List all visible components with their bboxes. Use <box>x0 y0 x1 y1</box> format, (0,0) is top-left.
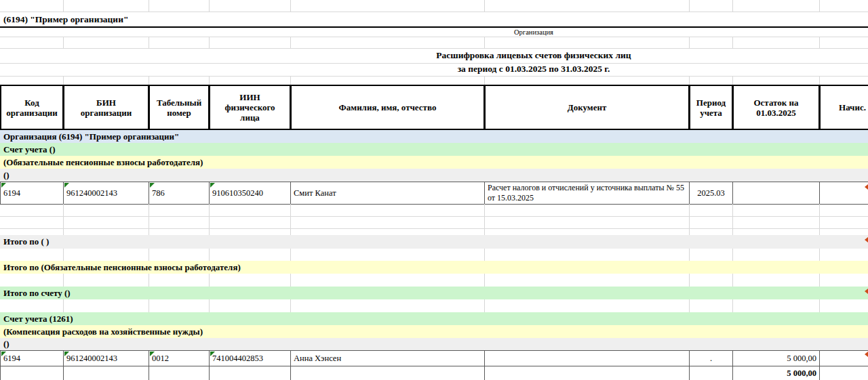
group-row-income-type-2[interactable]: (Компенсация расходов на хозяйственные н… <box>0 325 868 338</box>
gridline <box>689 0 690 12</box>
total-cell-code[interactable] <box>0 366 64 380</box>
gridline <box>484 274 485 287</box>
group-row-income-type[interactable]: (Обязательные пенсионные взносы работода… <box>0 156 868 169</box>
gridline <box>484 204 485 235</box>
cell-tab-value: 786 <box>152 188 165 198</box>
cell-document[interactable]: Расчет налогов и отчислений у источника … <box>484 182 690 205</box>
gridline <box>0 12 868 12</box>
gridline <box>819 249 820 261</box>
comment-marker-icon <box>1 183 6 188</box>
column-header-document[interactable]: Документ <box>484 85 690 130</box>
cell-fio-value: Анна Хэнсен <box>294 354 341 364</box>
gridline <box>209 299 210 312</box>
cell-document[interactable] <box>484 350 690 366</box>
cell-balance[interactable]: 5 000,00 <box>732 350 820 366</box>
column-header-iin[interactable]: ИИН физического лица <box>209 85 291 130</box>
group-row-subgroup-2[interactable]: () <box>0 338 868 350</box>
column-header-fio[interactable]: Фамилия, имя, отчество <box>290 85 485 130</box>
gridline <box>209 0 210 12</box>
cell-period[interactable]: 2025.03 <box>689 182 733 205</box>
total-cell-iin[interactable] <box>209 366 291 380</box>
total-cell-accrued[interactable] <box>819 366 868 380</box>
cell-balance[interactable] <box>732 182 820 205</box>
cell-bin-value: 961240002143 <box>66 188 117 198</box>
gridline <box>149 76 149 85</box>
gridline <box>290 299 291 312</box>
total-cell-fio[interactable] <box>290 366 485 380</box>
gridline <box>689 299 690 312</box>
gridline <box>149 249 149 261</box>
column-header-period[interactable]: Период учета <box>689 85 733 130</box>
column-header-accrued[interactable]: Начис. <box>819 85 868 130</box>
gridline <box>819 0 820 12</box>
cut-marker-icon <box>865 289 868 294</box>
gridline <box>484 0 485 12</box>
comment-marker-icon <box>150 183 155 188</box>
cell-document-value: Расчет налогов и отчислений у источника … <box>488 183 686 203</box>
cell-period-value: 2025.03 <box>697 188 725 198</box>
cell-bin[interactable]: 961240002143 <box>63 182 149 205</box>
total-cell-bin[interactable] <box>63 366 149 380</box>
gridline <box>149 37 149 48</box>
column-header-balance[interactable]: Остаток на 01.03.2025 <box>732 85 820 130</box>
cell-balance-value: 5 000,00 <box>787 354 816 364</box>
gridline <box>484 299 485 312</box>
org-caption-label: Организация <box>330 28 737 37</box>
total-balance-value: 5 000,00 <box>787 368 816 379</box>
gridline <box>819 299 820 312</box>
cut-marker-icon <box>865 352 868 357</box>
gridline <box>732 37 733 48</box>
cell-code[interactable]: 6194 <box>0 350 64 366</box>
gridline <box>0 216 868 217</box>
gridline <box>732 76 733 85</box>
cell-bin[interactable]: 961240002143 <box>63 350 149 366</box>
cell-tab-number[interactable]: 786 <box>149 182 210 205</box>
report-subtitle[interactable]: за период с 01.03.2025 по 31.03.2025 г. <box>195 63 868 75</box>
cell-accrued[interactable] <box>819 182 868 205</box>
cell-fio[interactable]: Смит Канат <box>290 182 485 205</box>
total-row-income-type[interactable]: Итого по (Обязательные пенсионные взносы… <box>0 261 868 274</box>
gridline <box>290 76 291 85</box>
gridline <box>0 228 868 229</box>
cell-fio[interactable]: Анна Хэнсен <box>290 350 485 366</box>
gridline <box>689 249 690 261</box>
total-cell-document[interactable] <box>484 366 690 380</box>
gridline <box>732 0 733 12</box>
cell-iin[interactable]: 741004402853 <box>209 350 291 366</box>
cell-bin-value: 961240002143 <box>66 354 117 364</box>
group-row-organization[interactable]: Организация (6194) "Пример организации" <box>0 130 868 143</box>
gridline <box>63 76 64 85</box>
column-header-tab-number[interactable]: Табельный номер <box>149 85 210 130</box>
gridline <box>209 274 210 287</box>
gridline <box>149 274 149 287</box>
cut-marker-icon <box>865 184 868 190</box>
org-code-title-cell[interactable]: (6194) "Пример организации" <box>3 13 128 26</box>
cell-iin[interactable]: 910610350240 <box>209 182 291 205</box>
column-header-bin[interactable]: БИН организации <box>63 85 149 130</box>
total-cell-tab-number[interactable] <box>149 366 210 380</box>
total-cell-balance[interactable]: 5 000,00 <box>732 366 820 380</box>
total-cell-period[interactable] <box>689 366 733 380</box>
gridline <box>0 63 868 64</box>
comment-marker-icon <box>1 352 6 356</box>
column-header-code[interactable]: Код организации <box>0 85 64 130</box>
gridline <box>732 249 733 261</box>
report-title[interactable]: Расшифровка лицевых счетов физических ли… <box>195 49 868 62</box>
group-row-subgroup[interactable]: () <box>0 169 868 182</box>
group-row-account-1261[interactable]: Счет учета (1261) <box>0 312 868 325</box>
gridline <box>484 37 485 48</box>
gridline <box>290 37 291 48</box>
group-row-account[interactable]: Счет учета () <box>0 143 868 156</box>
cell-code[interactable]: 6194 <box>0 182 64 205</box>
total-row-subgroup[interactable]: Итого по ( ) <box>0 235 868 249</box>
cell-fio-value: Смит Канат <box>294 188 336 198</box>
cell-period[interactable]: . <box>689 350 733 366</box>
total-row-account[interactable]: Итого по счету () <box>0 287 868 299</box>
cell-tab-number[interactable]: 0012 <box>149 350 210 366</box>
cell-accrued[interactable] <box>819 350 868 366</box>
cell-iin-value: 741004402853 <box>212 354 263 364</box>
comment-marker-icon <box>64 352 69 356</box>
cell-period-value: . <box>710 354 712 364</box>
gridline <box>209 37 210 48</box>
gridline <box>290 274 291 287</box>
